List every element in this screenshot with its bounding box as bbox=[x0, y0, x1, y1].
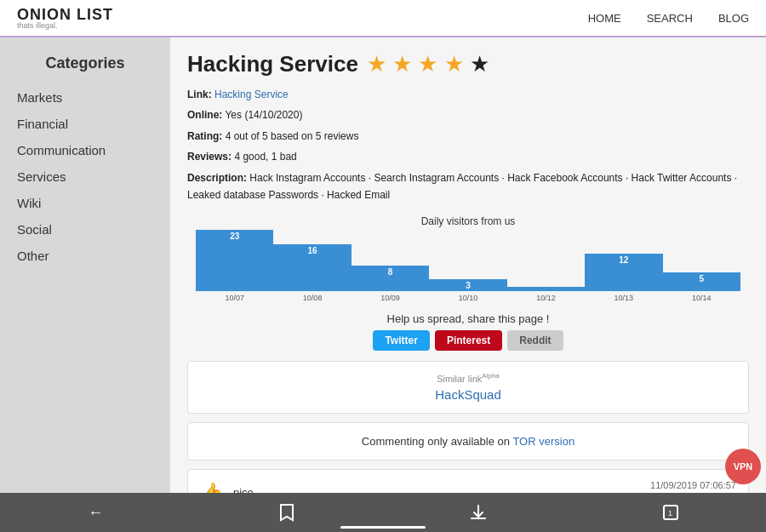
rating-value: 4 out of 5 based on 5 reviews bbox=[226, 130, 359, 142]
logo: ONION LIST thats illegal. bbox=[17, 7, 113, 30]
reviews-block: Reviews: 4 good, 1 bad bbox=[187, 148, 749, 165]
similar-label: Similar linkAlpha bbox=[198, 372, 738, 384]
similar-link[interactable]: HackSquad bbox=[435, 387, 501, 402]
bar-group: 310/10 bbox=[429, 279, 506, 302]
tab-button[interactable]: 1 bbox=[663, 505, 678, 520]
download-button[interactable] bbox=[470, 504, 487, 521]
svg-text:1: 1 bbox=[668, 509, 672, 518]
chart-container: 2310/071610/08810/09310/1010/121210/1351… bbox=[187, 234, 749, 302]
bar-value: 5 bbox=[699, 272, 704, 283]
reviews-label: Reviews: bbox=[187, 151, 232, 163]
comment-datetime: 11/09/2019 07:06:57 bbox=[633, 478, 736, 493]
chart-bar: 5 bbox=[663, 272, 740, 291]
share-section: Help us spread, share this page ! Twitte… bbox=[187, 312, 749, 351]
bar-date: 10/10 bbox=[459, 294, 478, 302]
sidebar-item-services[interactable]: Services bbox=[0, 163, 170, 190]
chart-title: Daily visitors from us bbox=[187, 215, 749, 227]
page-title: Hacking Service bbox=[187, 51, 358, 77]
chart-bar: 23 bbox=[196, 230, 273, 291]
nav-links: HOME SEARCH BLOG bbox=[588, 12, 749, 25]
bar-value: 3 bbox=[466, 279, 471, 290]
reddit-button[interactable]: Reddit bbox=[507, 330, 563, 351]
rating-label: Rating: bbox=[187, 130, 222, 142]
content-area: Hacking Service ★ ★ ★ ★ ★ Link: Hacking … bbox=[170, 37, 766, 493]
sidebar-item-wiki[interactable]: Wiki bbox=[0, 190, 170, 216]
comment-text: nice bbox=[233, 486, 623, 493]
star-5: ★ bbox=[470, 51, 489, 77]
nav-search[interactable]: SEARCH bbox=[647, 12, 693, 25]
share-buttons: Twitter Pinterest Reddit bbox=[187, 330, 749, 351]
bottom-bar: ← 1 bbox=[0, 493, 766, 532]
star-4: ★ bbox=[444, 51, 464, 77]
info-block: Link: Hacking Service bbox=[187, 86, 749, 103]
online-value: Yes (14/10/2020) bbox=[225, 109, 302, 121]
pinterest-button[interactable]: Pinterest bbox=[435, 330, 502, 351]
title-row: Hacking Service ★ ★ ★ ★ ★ bbox=[187, 51, 749, 77]
chart-bar: 3 bbox=[429, 279, 506, 291]
bar-group: 1210/13 bbox=[585, 254, 662, 302]
chart-bar: 8 bbox=[352, 266, 429, 291]
bar-value: 12 bbox=[619, 254, 628, 265]
sidebar-item-financial[interactable]: Financial bbox=[0, 111, 170, 137]
bar-group: 2310/07 bbox=[196, 230, 273, 302]
bottom-indicator bbox=[340, 526, 426, 529]
online-block: Online: Yes (14/10/2020) bbox=[187, 106, 749, 123]
star-rating: ★ ★ ★ ★ ★ bbox=[367, 51, 489, 77]
bar-group: 10/12 bbox=[507, 287, 585, 302]
comment-notice: Commenting only available on TOR version bbox=[187, 422, 749, 460]
logo-title: ONION LIST bbox=[17, 7, 113, 22]
bookmark-button[interactable] bbox=[279, 503, 294, 522]
star-2: ★ bbox=[392, 51, 412, 77]
bar-date: 10/13 bbox=[615, 294, 634, 302]
thumbs-up-icon: 👍 bbox=[200, 482, 223, 494]
main-layout: Categories Markets Financial Communicati… bbox=[0, 37, 766, 493]
vpn-button[interactable]: VPN bbox=[725, 449, 761, 484]
comment-notice-text: Commenting only available on bbox=[362, 435, 510, 448]
bar-value: 16 bbox=[308, 244, 317, 255]
sidebar-item-other[interactable]: Other bbox=[0, 243, 170, 269]
nav-home[interactable]: HOME bbox=[588, 12, 621, 25]
sidebar: Categories Markets Financial Communicati… bbox=[0, 37, 170, 493]
twitter-button[interactable]: Twitter bbox=[373, 330, 429, 351]
chart-section: Daily visitors from us 2310/071610/08810… bbox=[187, 215, 749, 302]
similar-box: Similar linkAlpha HackSquad bbox=[187, 361, 749, 414]
bar-value: 23 bbox=[230, 230, 239, 241]
sidebar-item-communication[interactable]: Communication bbox=[0, 137, 170, 163]
sidebar-title: Categories bbox=[0, 46, 170, 84]
chart-bar: 16 bbox=[273, 244, 351, 291]
back-button[interactable]: ← bbox=[88, 504, 103, 522]
logo-sub: thats illegal. bbox=[17, 22, 113, 30]
star-1: ★ bbox=[367, 51, 386, 77]
chart-bar bbox=[507, 287, 585, 291]
comment-meta: 11/09/2019 07:06:57 belashs*****@gmail.c… bbox=[633, 478, 736, 493]
description-value: Hack Instagram Accounts · Search Instagr… bbox=[187, 172, 737, 201]
share-text: Help us spread, share this page ! bbox=[187, 312, 749, 325]
bar-value: 8 bbox=[388, 266, 393, 277]
sidebar-item-markets[interactable]: Markets bbox=[0, 84, 170, 111]
service-link[interactable]: Hacking Service bbox=[214, 89, 289, 100]
bar-group: 810/09 bbox=[352, 266, 429, 302]
bar-date: 10/08 bbox=[303, 294, 323, 302]
sidebar-item-social[interactable]: Social bbox=[0, 216, 170, 243]
bar-date: 10/14 bbox=[692, 294, 712, 302]
bar-date: 10/12 bbox=[536, 294, 556, 302]
bar-date: 10/09 bbox=[380, 294, 400, 302]
bar-group: 1610/08 bbox=[273, 244, 351, 302]
bar-group: 510/14 bbox=[663, 272, 740, 302]
tor-version-link[interactable]: TOR version bbox=[512, 435, 574, 448]
nav-blog[interactable]: BLOG bbox=[718, 12, 749, 25]
star-3: ★ bbox=[418, 51, 437, 77]
chart-bar: 12 bbox=[585, 254, 662, 291]
description-label: Description: bbox=[187, 172, 247, 184]
comment-row: 👍 nice 11/09/2019 07:06:57 belashs*****@… bbox=[187, 469, 749, 493]
top-nav: ONION LIST thats illegal. HOME SEARCH BL… bbox=[0, 0, 766, 37]
description-block: Description: Hack Instagram Accounts · S… bbox=[187, 169, 749, 204]
reviews-value: 4 good, 1 bad bbox=[234, 151, 296, 163]
link-label: Link: bbox=[187, 89, 212, 100]
online-label: Online: bbox=[187, 109, 222, 121]
bar-date: 10/07 bbox=[225, 294, 244, 302]
rating-block: Rating: 4 out of 5 based on 5 reviews bbox=[187, 128, 749, 145]
